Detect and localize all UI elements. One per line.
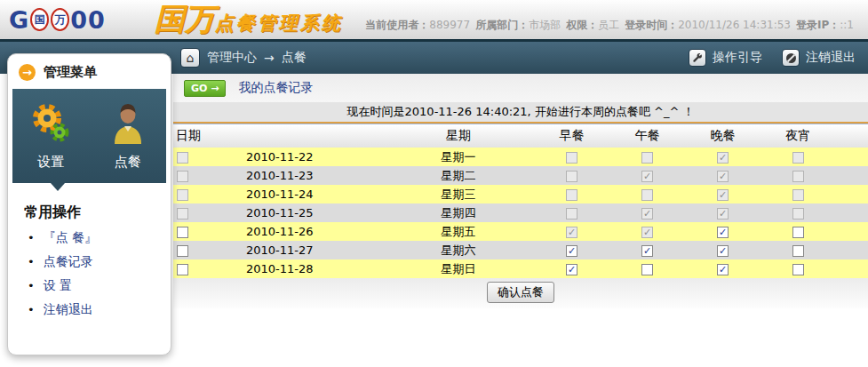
logo-letter: 00 bbox=[70, 6, 106, 34]
night-checkbox bbox=[792, 208, 804, 219]
row-checkbox[interactable] bbox=[177, 227, 188, 238]
logo-circle-icon: 万 bbox=[51, 8, 69, 31]
my-records-link[interactable]: 我的点餐记录 bbox=[238, 80, 313, 96]
row-checkbox[interactable] bbox=[177, 245, 188, 257]
row-checkbox[interactable] bbox=[177, 264, 188, 275]
nav-action-label: 操作引导 bbox=[713, 50, 762, 66]
row-checkbox-cell bbox=[173, 206, 205, 219]
go-row: GO → 我的点餐记录 bbox=[173, 74, 868, 102]
column-header: 星期 bbox=[383, 128, 534, 144]
wrench-icon bbox=[689, 49, 706, 67]
dinner-checkbox[interactable]: ✓ bbox=[717, 227, 729, 238]
confirm-order-button[interactable]: 确认点餐 bbox=[487, 282, 554, 303]
sidebar-link[interactable]: 设 置 bbox=[44, 278, 72, 292]
meal-cell-lunch: ✓ bbox=[609, 243, 685, 257]
date-cell: 2010-11-26 bbox=[205, 225, 383, 238]
breakfast-checkbox[interactable]: ✓ bbox=[566, 264, 577, 275]
breakfast-checkbox bbox=[566, 189, 577, 201]
breakfast-checkbox[interactable]: ✓ bbox=[566, 245, 577, 257]
list-item: 『点 餐』 bbox=[28, 230, 171, 246]
dinner-checkbox[interactable]: ✓ bbox=[717, 245, 729, 257]
breakfast-checkbox bbox=[566, 152, 577, 164]
meal-cell-breakfast bbox=[534, 150, 609, 164]
row-checkbox-cell bbox=[173, 187, 205, 201]
table-header: 日期星期早餐午餐晚餐夜宵 bbox=[173, 124, 868, 148]
nav-action-logout[interactable]: 注销退出 bbox=[782, 49, 856, 67]
user-info-label: 所属部门： bbox=[475, 19, 529, 31]
user-info-value: 2010/11/26 14:31:53 bbox=[678, 19, 791, 31]
lunch-checkbox: ✓ bbox=[641, 208, 653, 219]
user-info-label: 权限： bbox=[566, 19, 598, 31]
nav-action-label: 注销退出 bbox=[806, 50, 856, 66]
sidebar-link[interactable]: 点餐记录 bbox=[44, 254, 93, 268]
dinner-checkbox: ✓ bbox=[717, 208, 729, 219]
breakfast-checkbox bbox=[566, 171, 577, 182]
date-cell: 2010-11-23 bbox=[205, 169, 383, 182]
night-checkbox[interactable] bbox=[792, 264, 804, 275]
week-cell: 星期二 bbox=[383, 168, 534, 184]
lunch-checkbox[interactable] bbox=[641, 264, 653, 275]
dinner-checkbox: ✓ bbox=[717, 171, 729, 182]
breakfast-checkbox bbox=[566, 208, 577, 219]
nav-action-guide[interactable]: 操作引导 bbox=[689, 49, 762, 67]
row-checkbox-cell bbox=[173, 243, 205, 257]
user-info-label: 登录IP： bbox=[796, 19, 840, 31]
brand-title-rest: 点餐管理系统 bbox=[215, 12, 343, 34]
home-icon[interactable]: ⌂ bbox=[180, 48, 200, 68]
brand-title-big: 国万 bbox=[155, 1, 215, 36]
row-checkbox bbox=[177, 171, 188, 182]
meal-cell-dinner: ✓ bbox=[685, 187, 760, 201]
meal-cell-night bbox=[760, 225, 836, 238]
meal-cell-breakfast: ✓ bbox=[534, 262, 609, 275]
table-row: 2010-11-23星期二✓✓ bbox=[173, 166, 868, 185]
list-item: 设 置 bbox=[28, 278, 171, 294]
sidebar-shortcut-order[interactable]: 点餐 bbox=[90, 89, 167, 183]
list-item: 注销退出 bbox=[28, 302, 171, 318]
night-checkbox bbox=[792, 171, 804, 182]
meal-cell-dinner: ✓ bbox=[685, 225, 760, 238]
arrow-circle-icon: → bbox=[19, 64, 36, 81]
user-info-label: 当前使用者： bbox=[365, 19, 429, 31]
meal-cell-night bbox=[760, 150, 836, 164]
night-checkbox[interactable] bbox=[792, 227, 804, 238]
week-cell: 星期五 bbox=[383, 224, 534, 240]
table-body: 2010-11-22星期一✓2010-11-23星期二✓✓2010-11-24星… bbox=[173, 148, 868, 278]
meal-cell-dinner: ✓ bbox=[685, 206, 760, 219]
lunch-checkbox bbox=[641, 189, 653, 201]
table-row: 2010-11-22星期一✓ bbox=[173, 148, 868, 166]
meal-cell-dinner: ✓ bbox=[685, 243, 760, 257]
table-row: 2010-11-27星期六✓✓✓ bbox=[173, 241, 868, 259]
dinner-checkbox[interactable]: ✓ bbox=[717, 264, 729, 275]
sidebar-title-label: 管理菜单 bbox=[44, 64, 97, 81]
meal-cell-dinner: ✓ bbox=[685, 169, 760, 182]
row-checkbox bbox=[177, 189, 188, 201]
meal-cell-dinner: ✓ bbox=[685, 150, 760, 164]
column-header: 早餐 bbox=[534, 128, 609, 144]
breakfast-checkbox: ✓ bbox=[566, 227, 577, 238]
table-row: 2010-11-28星期日✓✓ bbox=[173, 259, 868, 278]
notice-bar: 现在时间是2010-11-26 14:40:21, 开始进行本周的点餐吧 ^_^… bbox=[173, 102, 868, 124]
meal-cell-lunch bbox=[609, 262, 685, 275]
night-checkbox[interactable] bbox=[792, 245, 804, 257]
week-cell: 星期六 bbox=[383, 243, 534, 259]
meal-cell-lunch bbox=[609, 187, 685, 201]
date-cell: 2010-11-25 bbox=[205, 206, 383, 219]
sidebar: → 管理菜单 设置 bbox=[7, 53, 171, 355]
date-cell: 2010-11-27 bbox=[205, 243, 383, 257]
user-info-value: 市场部 bbox=[529, 19, 561, 31]
sidebar-shortcut-settings[interactable]: 设置 bbox=[12, 89, 90, 183]
table-row: 2010-11-26星期五✓✓✓ bbox=[173, 222, 868, 241]
lunch-checkbox bbox=[641, 152, 653, 164]
meal-table: 日期星期早餐午餐晚餐夜宵 2010-11-22星期一✓2010-11-23星期二… bbox=[173, 124, 868, 278]
sidebar-link[interactable]: 注销退出 bbox=[44, 302, 93, 316]
sidebar-link[interactable]: 『点 餐』 bbox=[44, 230, 97, 244]
week-cell: 星期一 bbox=[383, 149, 534, 165]
main-content: GO → 我的点餐记录 现在时间是2010-11-26 14:40:21, 开始… bbox=[173, 74, 868, 308]
lunch-checkbox[interactable]: ✓ bbox=[641, 245, 653, 257]
week-cell: 星期日 bbox=[383, 261, 534, 277]
breadcrumb-arrow-icon: → bbox=[264, 51, 275, 65]
week-cell: 星期三 bbox=[383, 187, 534, 203]
breadcrumb-center[interactable]: 管理中心 bbox=[207, 50, 257, 66]
sidebar-shortcut-block: 设置 点餐 bbox=[12, 89, 166, 183]
go-button[interactable]: GO → bbox=[184, 80, 226, 97]
